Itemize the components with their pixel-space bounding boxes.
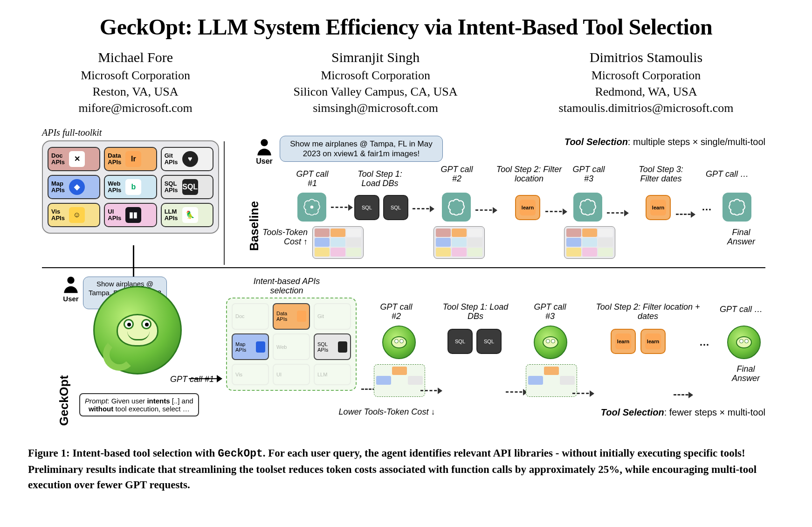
author-3: Dimitrios Stamoulis Microsoft Corporatio… (559, 48, 734, 116)
label-step1: Tool Step 1: Load DBs (350, 169, 410, 188)
user-label: User (61, 295, 81, 303)
author-email: simsingh@microsoft.com (294, 100, 458, 116)
db-icon: SQL (383, 195, 408, 220)
api-card-web: Web APIsb (104, 175, 157, 199)
author-affil: Microsoft Corporation (78, 67, 192, 83)
paper-title: GeckOpt: LLM System Efficiency via Inten… (28, 14, 784, 40)
sql-icon: SQL (182, 179, 198, 195)
arrow-icon (676, 214, 695, 215)
intent-selection-panel: Doc Data APIs Git Map APIs Web SQL APIs … (226, 298, 357, 391)
author-email: mifore@microsoft.com (78, 100, 192, 116)
user-bubble-baseline: Show me airplanes @ Tampa, FL in May 202… (280, 136, 443, 162)
label-step2-base: Tool Step 2: Filter location (494, 165, 564, 184)
svg-point-2 (67, 277, 74, 284)
api-card-ui: UI APIs▮▮ (104, 203, 157, 227)
db-icon: SQL (354, 195, 379, 220)
arrow-icon (189, 378, 221, 379)
arrow-icon (674, 394, 692, 395)
gpt-icon-n (723, 193, 751, 222)
learn-box-1: learn (515, 195, 540, 220)
map-icon: ◆ (69, 179, 85, 195)
chart-icon: ▮▮ (125, 207, 141, 223)
geckopt-toolselection-note: Tool Selection: fewer steps × multi-tool (601, 407, 765, 418)
label-gpt1: GPT call #1 (291, 169, 333, 188)
author-block: Michael Fore Microsoft Corporation Resto… (28, 48, 784, 116)
label-step1-g: Tool Step 1: Load DBs (440, 302, 510, 321)
mini-toolkit-2 (434, 226, 485, 259)
sklearn-icon: lr (125, 151, 141, 167)
figure-caption: Figure 1: Intent-based tool selection wi… (28, 445, 784, 493)
label-intent: Intent-based APIs selection (240, 277, 333, 296)
user-label: User (254, 157, 275, 166)
arrow-icon (331, 207, 352, 208)
svg-point-0 (261, 139, 268, 146)
gecko-logo-big (93, 286, 182, 374)
arxiv-icon: ✕ (69, 151, 85, 167)
author-email: stamoulis.dimitrios@microsoft.com (559, 100, 734, 116)
bing-icon: b (125, 179, 141, 195)
api-card-data: Data APIslr (104, 147, 157, 171)
author-affil: Microsoft Corporation (294, 67, 458, 83)
label-final-2: Final Answer (723, 364, 769, 383)
label-gpt2-g: GPT call #2 (375, 302, 417, 321)
gpt-icon-3 (573, 193, 602, 222)
author-2: Simranjit Singh Microsoft Corporation Si… (294, 48, 458, 116)
label-gpt3: GPT call #3 (568, 165, 610, 184)
figure-1: APIs full-toolkit Doc APIs✕ Data APIslr … (28, 127, 784, 440)
emoji-icon: ☺ (69, 207, 85, 223)
author-1: Michael Fore Microsoft Corporation Resto… (78, 48, 192, 116)
arrow-icon (413, 208, 434, 209)
api-card-sql: SQL APIsSQL (161, 175, 213, 199)
author-name: Dimitrios Stamoulis (559, 48, 734, 67)
toolkit-label: APIs full-toolkit (42, 127, 102, 138)
label-tokens-down: Lower Tools-Token Cost ↓ (317, 407, 457, 417)
svg-point-1 (310, 205, 314, 208)
api-card-git: Git APIs♥ (161, 147, 213, 171)
author-loc: Reston, VA, USA (78, 83, 192, 100)
gpt-icon-1 (297, 193, 326, 222)
api-card-doc: Doc APIs✕ (48, 147, 100, 171)
mini-toolkit-1 (312, 226, 364, 259)
label-gpt3-g: GPT call #3 (529, 302, 571, 321)
label-gpt1-g: GPT call #1 (170, 374, 214, 384)
page: GeckOpt: LLM System Efficiency via Inten… (0, 0, 812, 502)
label-final-1: Final Answer (718, 228, 764, 247)
api-card-map: Map APIs◆ (48, 175, 100, 199)
mini-toolkit-g2 (526, 364, 577, 397)
learn-box-2: learn (646, 195, 671, 220)
label-step3-base: Tool Step 3: Filter dates (628, 165, 694, 184)
divider-horizontal (42, 267, 765, 268)
gecko-small-n (727, 326, 761, 359)
label-gpt2: GPT call #2 (436, 165, 478, 184)
label-gptN-g: GPT call … (713, 305, 769, 314)
parrot-icon: 🦜 (182, 207, 198, 223)
gecko-small-2 (382, 326, 416, 359)
mini-toolkit-g1 (374, 364, 425, 397)
db-icon: SQL (476, 329, 502, 354)
row-label-geckopt: GeckOpt (57, 375, 71, 425)
baseline-user: User (254, 137, 275, 166)
author-affil: Microsoft Corporation (559, 67, 734, 83)
arrow-icon (572, 393, 593, 394)
ellipsis: … (699, 336, 709, 348)
gpt-icon-2 (442, 193, 471, 222)
arrow-icon (545, 211, 566, 212)
author-loc: Redmond, WA, USA (559, 83, 734, 100)
author-name: Simranjit Singh (294, 48, 458, 67)
author-name: Michael Fore (78, 48, 192, 67)
learn-boxes-g: learn learn (611, 329, 666, 354)
api-toolkit-panel: Doc APIs✕ Data APIslr Git APIs♥ Map APIs… (42, 140, 219, 234)
step1-boxes-g: SQL SQL (447, 329, 502, 354)
github-icon: ♥ (182, 151, 198, 167)
label-tokens-up: Tools-Token Cost ↑ (252, 228, 308, 247)
arrow-icon (420, 390, 441, 391)
arrow-icon (475, 209, 496, 211)
arrow-icon (607, 212, 628, 214)
gecko-small-3 (534, 326, 567, 359)
prompt-box: Prompt: Given user intents [..] andwitho… (79, 393, 199, 416)
user-icon (254, 137, 275, 157)
db-icon: SQL (447, 329, 473, 354)
label-gptN: GPT call … (699, 169, 755, 179)
api-card-vis: Vis APIs☺ (48, 203, 100, 227)
geckopt-user: User (61, 274, 81, 303)
